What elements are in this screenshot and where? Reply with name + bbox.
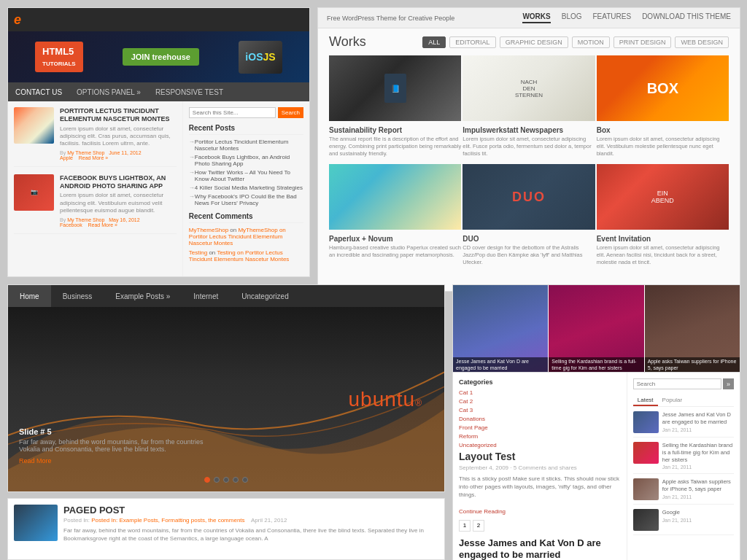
recent-comments-section: Recent Comments MyThemeShop on MyThemeSh… [189,212,303,262]
item1-title: Sustainability Report [329,126,461,134]
layout-read-more[interactable]: Continue Reading [459,508,506,515]
topnav-works[interactable]: WORKS [522,12,550,23]
cat-2[interactable]: Cat 2 [459,398,621,405]
filter-web[interactable]: WEB DESIGN [675,36,729,48]
recent-post-5[interactable]: Why Facebook's IPO Could Be the Bad News… [189,193,303,206]
ubuntu-nav-uncategorized[interactable]: Uncategorized [230,285,300,307]
nav-options[interactable]: OPTIONS PANEL » [69,82,148,101]
html5-badge: HTML5TUTORIALS [35,42,83,72]
item3-title: Box [597,126,729,134]
recent-post-4[interactable]: 4 Killer Social Media Marketing Strategi… [189,184,303,191]
tab-popular[interactable]: Popular [658,395,687,406]
item4-image [329,164,461,230]
topnav-blog[interactable]: BLOG [562,12,582,23]
item5-info: DUO CD cover design for the debottom of … [462,230,595,271]
ubuntu-nav-home[interactable]: Home [8,285,51,307]
filter-all[interactable]: ALL [422,36,446,48]
portfolio-item-4[interactable]: Paperlux + Novum Hamburg-based creative … [329,164,461,271]
news-img-1[interactable]: Jesse James and Kat Von D are engaged to… [453,285,548,373]
sidebar-post-1-text: Jesse James and Kat Von D are engaged to… [662,411,734,426]
ubuntu-nav-internet[interactable]: Internet [182,285,230,307]
ubuntu-panel: Home Business Example Posts » Internet U… [7,284,445,492]
blog2-image [14,505,58,541]
post1-image [14,107,54,144]
portfolio-grid: 📘 Sustainability Report The annual repor… [318,55,740,272]
sidebar-post-4[interactable]: Google Jan 21, 2011 [633,509,734,535]
news-img-3[interactable]: Apple asks Taiwan suppliers for iPhone 5… [645,285,740,373]
portfolio-panel: Free WordPress Theme for Creative People… [317,7,740,292]
portfolio-item-6[interactable]: EINABEND Event Invitation Lorem ipsum do… [597,164,729,271]
recent-post-3[interactable]: How Twitter Works – All You Need To Know… [189,169,303,182]
blog-post-1: PORTITOR LECTUS TINCIDUNT ELEMENTUM NASC… [14,107,177,167]
main-article-title[interactable]: Jesse James and Kat Von D are engaged to… [459,537,621,560]
news-search-input[interactable] [633,378,721,389]
filter-editorial[interactable]: EDITORIAL [449,36,495,48]
item4-title: Paperlux + Novum [329,235,461,243]
post1-readmore[interactable]: Read More » [79,155,108,160]
post2-readmore[interactable]: Read More » [88,222,117,228]
dot-3[interactable] [223,477,229,483]
post1-author[interactable]: My Theme Shop [67,150,104,155]
news-right-col: » Latest Popular Jesse James and Kat Von… [627,373,740,560]
slide-readmore[interactable]: Read More [19,457,52,464]
dot-4[interactable] [233,477,239,483]
portfolio-item-1[interactable]: 📘 Sustainability Report The annual repor… [329,55,461,163]
sidebar-post-2[interactable]: Selling the Kardashian brand is a full-t… [633,442,734,474]
pag-1[interactable]: 1 [459,520,471,532]
ubuntu-nav-business[interactable]: Business [51,285,104,307]
post2-image: 📷 [14,174,54,211]
dot-5[interactable] [242,477,248,483]
cat-frontpage[interactable]: Front Page [459,424,621,431]
news-search: » [633,378,734,389]
sidebar-post-1[interactable]: Jesse James and Kat Von D are engaged to… [633,411,734,438]
tab-latest[interactable]: Latest [633,395,658,406]
slide-caption: Slide # 5 Far far away, behind the word … [19,427,223,466]
portfolio-item-3[interactable]: BOX Box Lorem ipsum dolor sit amet, cons… [597,55,729,163]
news-tabs: Latest Popular [633,395,734,407]
pag-2[interactable]: 2 [473,520,484,532]
post2-author[interactable]: My Theme Shop [67,217,104,222]
cat-3[interactable]: Cat 3 [459,407,621,413]
commenter-1[interactable]: MyThemeShop [189,227,228,233]
item1-image: 📘 [329,55,461,121]
post2-meta: By My Theme Shop May 16, 2012 Facebook R… [60,217,177,228]
sidebar-post-3[interactable]: Apple asks Taiwan suppliers for iPhone 5… [633,478,734,505]
news-search-btn[interactable]: » [723,378,734,389]
topnav-download[interactable]: DOWNLOAD THIS THEME [642,12,731,23]
post2-tag[interactable]: Facebook [60,222,82,228]
filter-motion[interactable]: MOTION [572,36,610,48]
item4-info: Paperlux + Novum Hamburg-based creative … [329,230,461,265]
cat-donations[interactable]: Donations [459,416,621,422]
sidebar-post-1-info: Jesse James and Kat Von D are engaged to… [662,411,734,433]
ubuntu-nav-examples[interactable]: Example Posts » [104,285,182,307]
commenter-2[interactable]: Testing [189,249,207,256]
slide-text: Far far away, behind the word mountains,… [19,438,223,453]
treehouse-btn[interactable]: JOIN treehouse [123,48,199,66]
search-button[interactable]: Search [278,107,303,118]
portfolio-item-2[interactable]: NACHDENSTERNEN Impulswerkstatt Newspaper… [462,55,595,163]
item2-info: Impulswerkstatt Newspapers Lorem ipsum d… [462,121,595,163]
post1-text: PORTITOR LECTUS TINCIDUNT ELEMENTUM NASC… [60,107,177,160]
filter-graphic[interactable]: GRAPHIC DESIGN [500,36,568,48]
news-image-grid: Jesse James and Kat Von D are engaged to… [453,285,740,373]
recent-post-2[interactable]: Facebook Buys Lightbox, an Android Photo… [189,154,303,167]
search-input[interactable] [189,107,276,118]
news-img-2[interactable]: Selling the Kardashian brand is a full-t… [549,285,643,373]
dot-2[interactable] [214,477,220,483]
post1-tag[interactable]: Apple [60,155,73,160]
topnav-features[interactable]: FEATURES [593,12,632,23]
cat-reform[interactable]: Reform [459,433,621,440]
dot-1[interactable] [204,477,210,483]
nav-responsive[interactable]: RESPONSIVE TEST [148,82,231,101]
blog2-text: Far far away, behind the word mountains,… [14,526,438,542]
recent-post-1[interactable]: Portitor Lectus Tincidunt Elementum Nasc… [189,139,303,152]
sidebar-post-3-text: Apple asks Taiwan suppliers for iPhone 5… [662,478,734,493]
filter-print[interactable]: PRINT DESIGN [614,36,672,48]
cat-uncategorized[interactable]: Uncategorized [459,442,621,448]
sidebar-post-4-text: Google [662,509,692,516]
blog2-category-link[interactable]: Posted In: Example Posts, Formatting pos… [91,517,244,524]
portfolio-item-5[interactable]: DUO DUO CD cover design for the debottom… [462,164,595,271]
cat-1[interactable]: Cat 1 [459,389,621,396]
sidebar-post-1-img [633,411,659,433]
nav-contact[interactable]: CONTACT US [8,82,69,101]
